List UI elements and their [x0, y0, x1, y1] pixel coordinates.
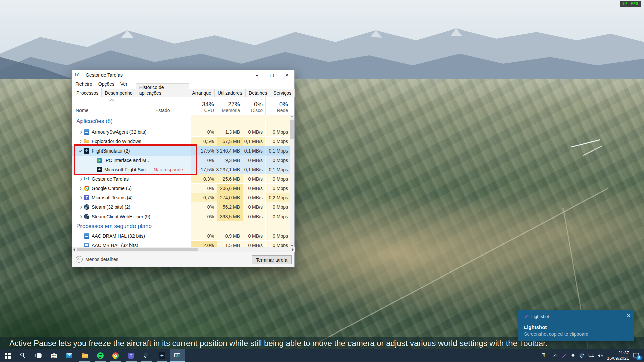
steam-tray-icon[interactable] [579, 353, 585, 358]
fps-counter: 57 FPS [620, 1, 641, 7]
vertical-scroll-thumb[interactable] [290, 120, 294, 139]
tray-chevron-up-icon[interactable] [553, 354, 557, 358]
close-button[interactable]: × [279, 70, 294, 80]
status-cell [152, 115, 191, 127]
taskbar: ☁ ☾ 21:37 [0, 349, 644, 362]
tab-historico-de-aplicacoes[interactable]: Histórico de aplicações [136, 83, 189, 97]
process-row[interactable]: AAC MB HAL (32 bits)2,0%1,5 MB0 MB/s0 Mb… [72, 241, 291, 247]
collapsed-chevron-icon[interactable] [76, 140, 84, 143]
taskbar-start-button[interactable] [0, 349, 15, 362]
taskbar-spotify-button[interactable] [93, 349, 108, 362]
menu-ficheiro[interactable]: Ficheiro [72, 81, 95, 87]
menu-opcoes[interactable]: Opções [95, 81, 117, 87]
column-name[interactable]: Nome [72, 97, 152, 115]
notification-app-name: Lightshot [531, 314, 549, 319]
process-row[interactable]: AAC DRAM HAL (32 bits)0%0,9 MB0 MB/s0 Mb… [72, 231, 291, 241]
maximize-button[interactable]: □ [264, 70, 279, 80]
column-disk[interactable]: 0% Disco [243, 97, 265, 115]
chevron-up-circle-icon [76, 256, 83, 263]
taskbar-chrome-button[interactable] [108, 349, 123, 362]
collapsed-chevron-icon[interactable] [76, 131, 84, 133]
status-cell: Não responde [152, 165, 191, 174]
process-row[interactable]: Gestor de Tarefas0,3%25,6 MB0 MB/s0 Mbps [72, 174, 291, 184]
process-name: Microsoft Flight Simulator - 1.... [104, 167, 152, 172]
column-memory[interactable]: 27% Memória [217, 97, 243, 115]
process-name: FlightSimulator (2) [92, 148, 130, 154]
weather-moon-icon[interactable]: ☁ ☾ [542, 352, 550, 359]
taskbar-file-explorer-button[interactable] [77, 349, 93, 362]
collapsed-chevron-icon[interactable] [76, 216, 84, 218]
scroll-down-icon[interactable] [291, 245, 293, 246]
taskbar-store-button[interactable] [46, 349, 62, 362]
tab-arranque[interactable]: Arranque [189, 89, 215, 97]
process-group-row[interactable]: Aplicações (8) [72, 115, 291, 127]
end-task-button[interactable]: Terminar tarefa [252, 255, 292, 264]
taskbar-mail-button[interactable] [62, 349, 77, 362]
column-status[interactable]: Estado [152, 97, 191, 115]
folder-icon [84, 139, 89, 144]
collapsed-chevron-icon[interactable] [76, 206, 84, 208]
horizontal-scroll-thumb[interactable] [77, 248, 198, 251]
steam-icon [84, 214, 89, 219]
less-details-button[interactable]: Menos detalhes [76, 256, 118, 263]
taskbar-flight-simulator-button[interactable] [154, 349, 170, 362]
menu-ver[interactable]: Ver [117, 81, 130, 87]
mem-value: 1,5 MB [217, 241, 243, 247]
teams-icon [127, 352, 135, 360]
title-bar[interactable]: Gestor de Tarefas – □ × [72, 70, 294, 80]
taskbar-search-button[interactable] [15, 349, 31, 362]
cpu-value [191, 221, 217, 231]
collapsed-chevron-icon[interactable] [76, 197, 84, 199]
tab-servicos[interactable]: Serviços [270, 89, 295, 97]
lightshot-tray-icon[interactable] [561, 353, 567, 358]
taskbar-task-view-button[interactable] [31, 349, 46, 362]
process-group-row[interactable]: Processos em segundo plano (... [72, 221, 291, 231]
cpu-value: 0,7% [191, 193, 217, 202]
net-value: 0 Mbps [265, 184, 291, 193]
collapsed-chevron-icon[interactable] [76, 187, 84, 190]
process-row[interactable]: Microsoft Teams (4)0,7%274,0 MB0 MB/s0,2… [72, 193, 291, 202]
notification-message: Screenshot copied to clipboard [524, 331, 588, 337]
scroll-left-icon[interactable] [73, 248, 75, 251]
notification-close-icon[interactable] [625, 312, 632, 319]
column-cpu[interactable]: 34% CPU [191, 97, 217, 115]
lightshot-feather-icon [524, 314, 529, 319]
start-icon [4, 352, 12, 360]
footer-bar: Menos detalhes Terminar tarefa [72, 252, 294, 267]
process-row[interactable]: ArmourySwAgent (32 bits)0%1,3 MB0 MB/s0 … [72, 127, 291, 137]
process-row[interactable]: Google Chrome (5)0%206,6 MB0 MB/s0 Mbps [72, 184, 291, 193]
disk-value: 0 MB/s [243, 241, 265, 247]
tab-detalhes[interactable]: Detalhes [245, 89, 270, 97]
mem-value: 9,3 MB [217, 156, 243, 165]
microphone-icon[interactable] [570, 353, 576, 358]
tab-desempenho[interactable]: Desempenho [101, 89, 136, 97]
tab-utilizadores[interactable]: Utilizadores [214, 89, 246, 97]
minimize-button[interactable]: – [249, 70, 264, 80]
disk-value [243, 221, 265, 231]
process-row[interactable]: IPC Interface and More, for M...0%9,3 MB… [72, 156, 291, 165]
tab-processos[interactable]: Processos [73, 88, 102, 97]
taskbar-clock[interactable]: 21:37 16/09/2021 [607, 350, 629, 361]
column-network[interactable]: 0% Rede [265, 97, 291, 115]
volume-icon[interactable] [598, 353, 603, 358]
scroll-right-icon[interactable] [292, 248, 294, 251]
process-row[interactable]: FlightSimulator (2)17,5%3 246,4 MB0,1 MB… [72, 146, 291, 156]
action-center-icon[interactable]: 5 [633, 352, 641, 359]
process-name: Steam Client WebHelper (9) [92, 214, 150, 219]
process-row[interactable]: Explorador do Windows0,5%57,5 MB0,1 MB/s… [72, 137, 291, 146]
process-row[interactable]: Microsoft Flight Simulator - 1....Não re… [72, 165, 291, 174]
network-icon[interactable] [588, 353, 594, 358]
collapsed-chevron-icon[interactable] [76, 178, 84, 180]
taskbar-task-manager-button[interactable] [170, 349, 185, 362]
process-row[interactable]: Steam Client WebHelper (9)0%393,5 MB0 MB… [72, 212, 291, 221]
taskbar-teams-button[interactable] [123, 349, 139, 362]
process-row[interactable]: Steam (32 bits) (2)0%56,2 MB0 MB/s0 Mbps [72, 202, 291, 212]
horizontal-scrollbar[interactable] [72, 247, 295, 252]
taskbar-steam-button[interactable] [139, 349, 154, 362]
vertical-scrollbar[interactable] [290, 115, 294, 247]
net-value: 0,2 Mbps [265, 193, 291, 202]
mail-icon [65, 352, 73, 360]
scroll-up-icon[interactable] [291, 116, 293, 117]
expanded-chevron-icon[interactable] [76, 150, 84, 152]
net-value [265, 115, 291, 127]
